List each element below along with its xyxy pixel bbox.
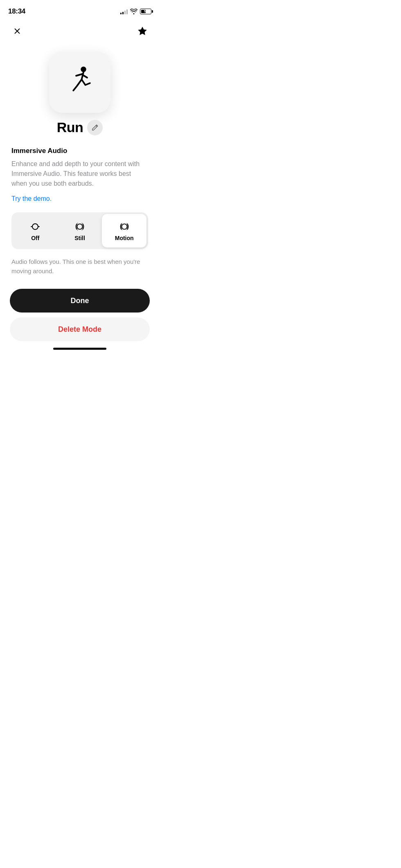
toggle-option-off-label: Off [31, 235, 39, 241]
still-icon [73, 220, 86, 233]
mode-icon-box [49, 52, 110, 113]
favorite-button[interactable] [135, 24, 150, 38]
svg-point-4 [77, 224, 82, 229]
demo-link[interactable]: Try the demo. [11, 195, 148, 202]
status-icons: 51 [120, 9, 151, 14]
toggle-option-motion[interactable]: Motion [102, 214, 146, 247]
svg-point-0 [81, 67, 86, 72]
motion-icon [118, 220, 131, 233]
pencil-icon [91, 124, 99, 131]
section-title: Immersive Audio [11, 147, 148, 155]
mode-title-row: Run [0, 119, 160, 135]
wifi-icon [130, 9, 137, 14]
svg-point-5 [122, 224, 127, 229]
toggle-option-still[interactable]: Still [58, 214, 102, 247]
signal-icon [120, 9, 128, 14]
toggle-option-motion-label: Motion [115, 235, 134, 241]
home-bar [53, 348, 106, 350]
selector-description: Audio follows you. This one is best when… [11, 257, 148, 276]
done-button-label: Done [71, 297, 89, 305]
audio-mode-selector: Off Still [11, 212, 148, 249]
mode-icon-container [0, 52, 160, 113]
edit-button[interactable] [87, 120, 103, 135]
close-icon [13, 27, 22, 36]
svg-point-1 [32, 224, 38, 229]
bottom-section: Done Delete Mode [0, 289, 160, 341]
section-description: Enhance and add depth to your content wi… [11, 159, 148, 189]
battery-icon: 51 [140, 9, 151, 14]
nav-bar [0, 20, 160, 43]
status-time: 18:34 [8, 7, 25, 16]
toggle-option-still-label: Still [74, 235, 85, 241]
delete-button-label: Delete Mode [58, 325, 101, 334]
delete-mode-button[interactable]: Delete Mode [10, 317, 150, 341]
toggle-option-off[interactable]: Off [13, 214, 58, 247]
run-icon [61, 64, 98, 101]
close-button[interactable] [10, 24, 25, 38]
mode-title: Run [57, 119, 83, 135]
star-icon [137, 26, 148, 36]
done-button[interactable]: Done [10, 289, 150, 313]
home-indicator [0, 344, 160, 351]
content-area: Immersive Audio Enhance and add depth to… [0, 147, 160, 276]
off-icon [29, 220, 42, 233]
status-bar: 18:34 51 [0, 0, 160, 20]
